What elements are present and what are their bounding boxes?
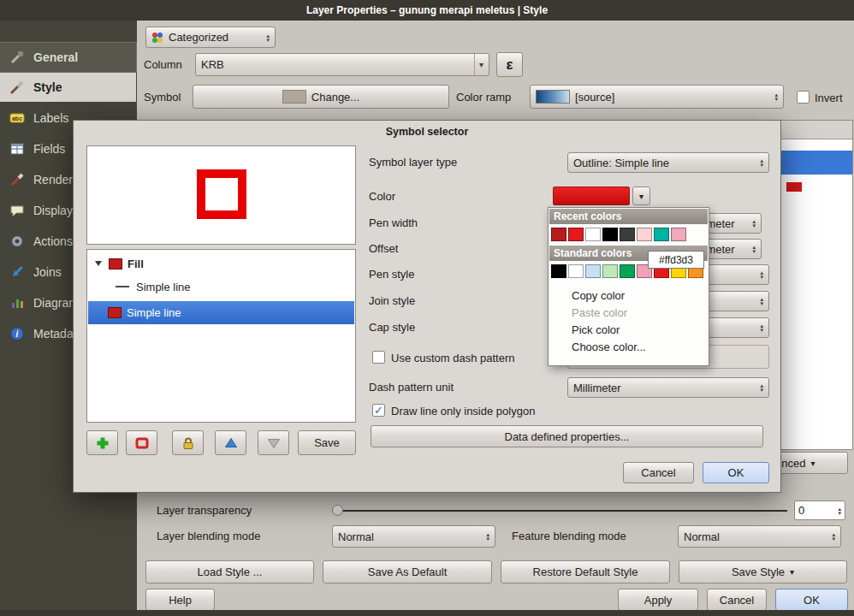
window-titlebar: Layer Properties – gunung merapi meletus…	[0, 0, 854, 21]
symbol-preview-swatch	[282, 90, 306, 104]
gear-icon	[9, 233, 26, 250]
save-style-label: Save Style	[732, 566, 785, 578]
transparency-value: 0	[798, 504, 804, 517]
spinner-arrows	[774, 92, 778, 101]
dialog-cancel-button[interactable]: Cancel	[623, 462, 694, 483]
svg-text:i: i	[16, 329, 19, 339]
load-style-button[interactable]: Load Style ...	[145, 560, 314, 583]
ok-button[interactable]: OK	[775, 589, 848, 611]
window-bottom-edge	[0, 610, 854, 616]
line-swatch	[108, 307, 122, 318]
sidebar-item-general[interactable]: General	[0, 43, 136, 72]
expander-icon[interactable]	[95, 261, 102, 266]
info-icon: i	[9, 325, 26, 342]
svg-text:abc: abc	[12, 116, 22, 121]
dash-pattern-unit-combo[interactable]: Millimeter	[567, 377, 769, 398]
help-button[interactable]: Help	[145, 589, 215, 611]
color-swatch[interactable]	[637, 228, 652, 241]
remove-icon	[133, 435, 151, 452]
sidebar-item-style[interactable]: Style	[0, 73, 136, 102]
color-swatch[interactable]	[585, 228, 601, 241]
dash-pattern-unit-label: Dash pattern unit	[369, 381, 454, 394]
save-symbol-button[interactable]: Save	[298, 430, 356, 455]
menu-item-pick-color[interactable]: Pick color	[549, 321, 709, 338]
cancel-button[interactable]: Cancel	[707, 589, 767, 611]
join-arrow-icon	[9, 264, 26, 281]
symbol-preview	[197, 169, 246, 219]
draw-inside-checkbox[interactable]	[372, 404, 385, 417]
tree-item-label: Simple line	[136, 281, 191, 293]
move-down-button[interactable]	[258, 430, 289, 455]
tree-item-simple-line[interactable]: Simple line	[88, 275, 354, 298]
custom-dash-checkbox[interactable]	[372, 351, 385, 364]
color-ramp-combo[interactable]: [source]	[530, 85, 784, 109]
color-dropdown-button[interactable]: ▾	[632, 187, 650, 205]
dialog-ok-button[interactable]: OK	[703, 462, 769, 483]
brush-icon	[9, 171, 26, 188]
remove-layer-button[interactable]	[126, 430, 157, 455]
renderer-combo[interactable]: Categorized	[145, 27, 276, 48]
color-swatch[interactable]	[602, 228, 618, 241]
spinner-arrows	[752, 245, 756, 253]
tree-item-fill[interactable]: Fill	[88, 252, 354, 275]
symbol-layer-type-combo[interactable]: Outline: Simple line	[567, 152, 769, 173]
color-ramp-label: Color ramp	[456, 91, 511, 104]
spinner-arrows	[760, 158, 763, 167]
symbol-preview-box	[86, 145, 356, 245]
color-swatch[interactable]	[620, 228, 635, 241]
lock-color-button[interactable]	[172, 430, 204, 455]
speech-bubble-icon	[9, 202, 26, 219]
draw-inside-label: Draw line only inside polygon	[391, 405, 535, 418]
spinner-arrows	[486, 532, 489, 541]
spinner-arrows	[760, 383, 763, 392]
tree-item-simple-line-selected[interactable]: Simple line	[88, 301, 354, 324]
column-combo[interactable]: KRB ▾	[195, 53, 489, 76]
chevron-down-icon: ▾	[810, 459, 815, 468]
transparency-slider-handle[interactable]	[332, 505, 343, 516]
color-swatch[interactable]	[671, 228, 686, 241]
save-as-default-button[interactable]: Save As Default	[323, 560, 492, 583]
feature-blending-combo[interactable]: Normal	[678, 525, 841, 548]
color-swatch[interactable]	[654, 228, 669, 241]
expression-builder-button[interactable]: ε	[496, 52, 523, 77]
apply-button[interactable]: Apply	[618, 589, 698, 611]
color-swatch[interactable]	[620, 264, 635, 278]
restore-default-style-button[interactable]: Restore Default Style	[501, 560, 670, 583]
spinner-arrows	[752, 219, 756, 228]
spinner-arrows	[832, 532, 835, 541]
spinner-arrows	[266, 33, 270, 42]
symbol-change-button[interactable]: Change...	[193, 85, 449, 109]
transparency-slider-track[interactable]	[332, 510, 787, 512]
symbol-label: Symbol	[144, 91, 181, 104]
menu-item-copy-color[interactable]: Copy color	[549, 287, 709, 304]
move-up-button[interactable]	[215, 430, 246, 455]
color-ramp-swatch	[536, 90, 570, 104]
color-swatch[interactable]	[551, 228, 566, 241]
spinner-arrows	[760, 323, 763, 332]
transparency-spinbox[interactable]: 0	[794, 500, 845, 520]
color-button[interactable]	[553, 187, 630, 205]
color-ramp-value: [source]	[575, 91, 614, 104]
symbol-layer-type-value: Outline: Simple line	[573, 157, 669, 169]
color-swatch[interactable]	[585, 264, 601, 278]
symbol-layer-tree[interactable]: Fill Simple line Simple line	[86, 249, 356, 423]
app-window: Layer Properties – gunung merapi meletus…	[0, 0, 854, 616]
menu-item-choose-color[interactable]: Choose color...	[549, 338, 709, 355]
color-swatch[interactable]	[568, 228, 584, 241]
layer-transparency-label: Layer transparency	[157, 504, 252, 517]
invert-checkbox[interactable]	[797, 91, 810, 104]
plus-icon	[94, 435, 111, 452]
color-swatch[interactable]	[568, 264, 584, 278]
spinner-arrows	[760, 270, 763, 279]
save-style-button[interactable]: Save Style ▾	[679, 560, 847, 583]
color-swatch[interactable]	[602, 264, 618, 278]
data-defined-properties-button[interactable]: Data defined properties...	[371, 425, 763, 447]
down-arrow-icon	[265, 435, 282, 452]
abc-label-icon: abc	[9, 110, 26, 127]
add-layer-button[interactable]	[86, 430, 118, 455]
color-swatch[interactable]	[551, 264, 566, 278]
blending-mode-combo[interactable]: Normal	[332, 525, 495, 548]
pen-style-label: Pen style	[369, 268, 414, 281]
join-style-label: Join style	[369, 294, 415, 307]
tree-item-label: Simple line	[127, 306, 181, 319]
